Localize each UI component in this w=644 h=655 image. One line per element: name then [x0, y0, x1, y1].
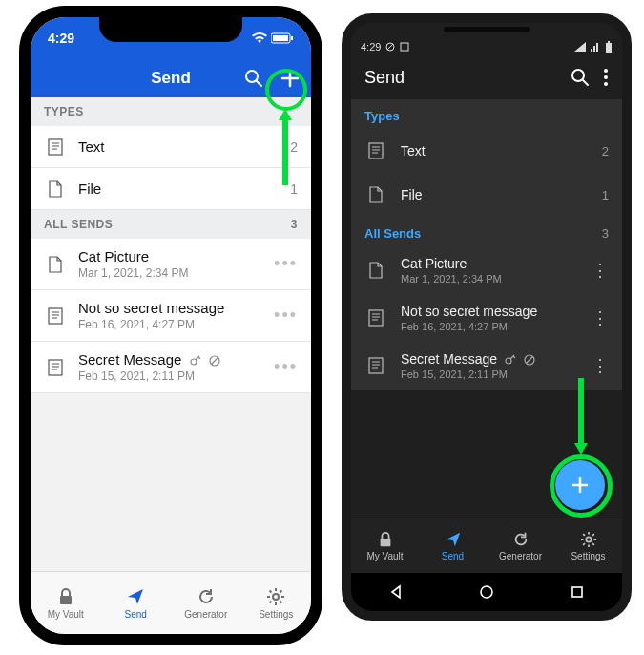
- ios-tabbar: My Vault Send Generator Settings: [31, 571, 311, 634]
- android-body: Types Text 2 File 1 All Sends 3 Cat Pict…: [351, 99, 622, 390]
- row-count: 2: [602, 144, 609, 158]
- send-row[interactable]: Cat Picture Mar 1, 2021, 2:34 PM ⋮: [351, 246, 622, 294]
- file-icon: [44, 256, 67, 273]
- send-row[interactable]: Not so secret message Feb 16, 2021, 4:27…: [351, 294, 622, 342]
- svg-rect-27: [401, 43, 408, 51]
- send-row[interactable]: Secret Message Feb 15, 2021, 2:11 PM •••: [31, 342, 311, 393]
- type-row-text[interactable]: Text 2: [351, 129, 622, 173]
- svg-rect-1: [273, 35, 288, 41]
- row-label: File: [401, 187, 602, 202]
- row-subtitle: Mar 1, 2021, 2:34 PM: [78, 266, 266, 280]
- section-header-types: Types: [351, 99, 622, 129]
- more-icon[interactable]: ⋮: [582, 260, 609, 281]
- send-row[interactable]: Cat Picture Mar 1, 2021, 2:34 PM •••: [31, 239, 311, 290]
- section-header-all: ALL SENDS 3: [31, 210, 311, 239]
- add-button[interactable]: [277, 65, 303, 92]
- row-count: 2: [290, 139, 298, 155]
- svg-rect-7: [49, 139, 62, 155]
- status-icon: [385, 42, 395, 52]
- svg-rect-35: [369, 143, 383, 158]
- row-subtitle: Mar 1, 2021, 2:34 PM: [401, 273, 582, 285]
- svg-rect-22: [60, 596, 72, 604]
- section-label: TYPES: [44, 105, 84, 118]
- row-title: Secret Message: [401, 351, 582, 367]
- svg-point-23: [273, 594, 279, 600]
- clock: 4:29: [361, 41, 381, 53]
- svg-line-26: [387, 44, 393, 50]
- svg-point-54: [481, 586, 492, 598]
- svg-line-49: [526, 357, 532, 364]
- nav-home-icon[interactable]: [479, 584, 494, 600]
- row-subtitle: Feb 15, 2021, 2:11 PM: [401, 369, 582, 380]
- text-icon: [364, 357, 387, 374]
- svg-rect-43: [369, 358, 383, 373]
- svg-point-53: [586, 537, 591, 541]
- disabled-icon: [524, 354, 535, 366]
- row-title: Secret Message: [78, 351, 266, 368]
- speaker: [444, 27, 530, 32]
- gear-icon: [580, 530, 597, 549]
- more-icon[interactable]: ⋮: [582, 355, 609, 376]
- nav-back-icon[interactable]: [388, 584, 404, 600]
- type-row-file[interactable]: File 1: [31, 168, 311, 210]
- cell-icon: [591, 42, 600, 52]
- tab-settings[interactable]: Settings: [554, 518, 622, 573]
- wifi-icon: [252, 32, 267, 44]
- signal-icon: [574, 42, 586, 52]
- section-header-types: TYPES: [31, 97, 311, 126]
- tab-generator[interactable]: Generator: [171, 572, 241, 634]
- more-icon[interactable]: ⋮: [582, 307, 609, 328]
- key-icon: [505, 354, 516, 366]
- svg-line-4: [257, 81, 261, 86]
- tab-label: Send: [125, 609, 147, 620]
- row-subtitle: Feb 15, 2021, 2:11 PM: [78, 370, 266, 383]
- tab-send[interactable]: Send: [101, 572, 172, 634]
- search-icon[interactable]: [240, 65, 267, 92]
- tab-send[interactable]: Send: [419, 518, 487, 573]
- row-title: Cat Picture: [78, 248, 266, 264]
- svg-point-3: [246, 71, 258, 82]
- row-title: Not so secret message: [78, 300, 266, 316]
- android-tabbar: My Vault Send Generator Settings: [351, 518, 622, 573]
- tab-settings[interactable]: Settings: [241, 572, 312, 634]
- page-title: Send: [151, 69, 191, 88]
- svg-point-34: [604, 82, 608, 86]
- svg-rect-29: [608, 41, 610, 43]
- row-subtitle: Feb 16, 2021, 4:27 PM: [401, 321, 582, 332]
- nav-recent-icon[interactable]: [570, 584, 585, 600]
- more-icon[interactable]: •••: [266, 306, 298, 326]
- text-icon: [364, 309, 387, 327]
- more-icon[interactable]: •••: [266, 254, 298, 274]
- text-icon: [44, 138, 67, 156]
- row-label: File: [78, 180, 290, 197]
- disabled-icon: [209, 355, 220, 367]
- add-button[interactable]: [555, 460, 605, 510]
- tab-my-vault[interactable]: My Vault: [351, 518, 419, 573]
- svg-line-21: [211, 358, 218, 365]
- type-row-text[interactable]: Text 2: [31, 126, 311, 168]
- more-icon[interactable]: •••: [266, 357, 298, 377]
- svg-line-31: [583, 80, 588, 85]
- tab-label: My Vault: [366, 551, 403, 561]
- overflow-icon[interactable]: [603, 68, 609, 87]
- svg-rect-55: [572, 587, 582, 597]
- notch: [99, 17, 242, 42]
- file-icon: [364, 262, 387, 279]
- send-row[interactable]: Secret Message Feb 15, 2021, 2:11 PM ⋮: [351, 342, 622, 390]
- send-row[interactable]: Not so secret message Feb 16, 2021, 4:27…: [31, 290, 311, 342]
- type-row-file[interactable]: File 1: [351, 173, 622, 217]
- tab-label: Generator: [184, 609, 227, 620]
- text-icon: [44, 359, 67, 376]
- refresh-icon: [197, 586, 216, 607]
- tab-my-vault[interactable]: My Vault: [31, 572, 101, 634]
- send-icon: [126, 586, 145, 607]
- tab-generator[interactable]: Generator: [487, 518, 554, 573]
- tab-label: Send: [442, 551, 464, 561]
- refresh-icon: [512, 530, 530, 549]
- search-icon[interactable]: [571, 68, 590, 87]
- row-title: Not so secret message: [401, 304, 582, 319]
- page-title: Send: [364, 68, 405, 88]
- svg-point-32: [604, 69, 608, 73]
- svg-point-30: [572, 70, 584, 81]
- section-label: ALL SENDS: [44, 218, 113, 231]
